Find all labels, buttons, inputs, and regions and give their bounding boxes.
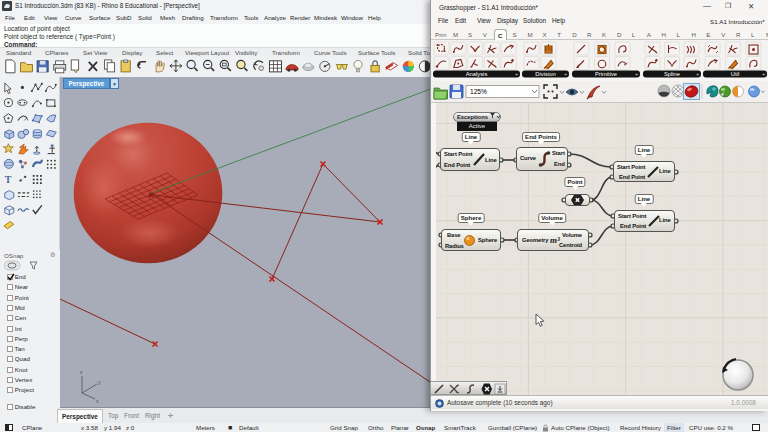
svg-text:+: + [696,71,699,77]
svg-text:+: + [515,71,518,77]
svg-text:Analysis: Analysis [466,71,488,77]
svg-text:Division: Division [535,71,555,77]
svg-text:z: z [80,369,83,375]
svg-text:Spline: Spline [664,71,680,77]
svg-text:+: + [635,71,638,77]
svg-text:Primitive: Primitive [595,71,617,77]
svg-text:125%: 125% [470,88,487,95]
svg-text:T: T [5,174,12,185]
svg-text:y: y [98,379,101,385]
svg-text:+: + [762,71,765,77]
svg-text:Util: Util [731,71,739,77]
svg-text:+: + [564,71,567,77]
svg-text:x: x [96,398,99,404]
